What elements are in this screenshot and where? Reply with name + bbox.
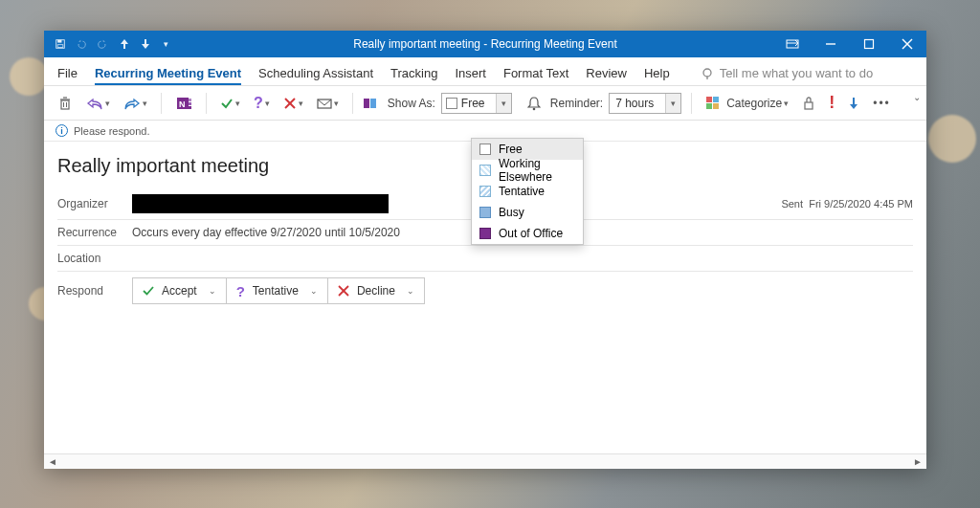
respond-label: Respond bbox=[57, 284, 132, 298]
location-label: Location bbox=[57, 252, 132, 265]
decline-menu-button[interactable]: ▾ bbox=[279, 91, 307, 116]
scroll-right-icon[interactable]: ► bbox=[913, 456, 923, 467]
show-as-label: Show As: bbox=[388, 97, 435, 110]
dropdown-item-label: Tentative bbox=[499, 185, 545, 198]
svg-rect-26 bbox=[706, 97, 712, 102]
location-row: Location bbox=[57, 246, 913, 272]
dropdown-item-busy[interactable]: Busy bbox=[472, 202, 583, 223]
tab-recurring-meeting-event[interactable]: Recurring Meeting Event bbox=[95, 66, 241, 85]
dropdown-item-label: Out of Office bbox=[499, 227, 563, 240]
info-icon: i bbox=[56, 124, 68, 137]
svg-point-8 bbox=[703, 69, 711, 77]
respond-button-group: Accept ⌄ ? Tentative ⌄ Decline ⌄ bbox=[132, 277, 425, 304]
reminder-value: 7 hours bbox=[610, 97, 665, 110]
collapse-ribbon-icon[interactable]: ⌄ bbox=[913, 92, 921, 102]
high-importance-button[interactable]: ! bbox=[825, 91, 838, 116]
tab-scheduling-assistant[interactable]: Scheduling Assistant bbox=[258, 66, 373, 85]
reminder-label: Reminder: bbox=[550, 97, 603, 110]
quick-access-toolbar: ▾ bbox=[44, 35, 174, 53]
sent-label: Sent bbox=[781, 198, 803, 210]
free-swatch-icon bbox=[446, 98, 457, 109]
tab-review[interactable]: Review bbox=[586, 66, 627, 85]
forward-button[interactable]: ▾ bbox=[120, 91, 151, 116]
working-elsewhere-swatch-icon bbox=[479, 165, 491, 176]
respond-menu-button[interactable]: ▾ bbox=[313, 91, 343, 116]
outlook-meeting-window: ▾ Really important meeting - Recurring M… bbox=[44, 31, 926, 469]
chevron-down-icon: ⌄ bbox=[209, 286, 216, 296]
scroll-left-icon[interactable]: ◄ bbox=[48, 456, 57, 467]
x-icon bbox=[338, 285, 349, 297]
qat-customize-icon[interactable]: ▾ bbox=[157, 35, 174, 53]
svg-rect-5 bbox=[865, 40, 874, 49]
window-controls bbox=[773, 31, 926, 57]
save-icon[interactable] bbox=[52, 35, 69, 53]
tab-format-text[interactable]: Format Text bbox=[503, 66, 568, 85]
dropdown-item-out-of-office[interactable]: Out of Office bbox=[472, 223, 583, 244]
decline-button[interactable]: Decline ⌄ bbox=[328, 277, 425, 304]
down-arrow-icon[interactable] bbox=[136, 35, 153, 53]
chevron-down-icon[interactable]: ▾ bbox=[496, 94, 511, 113]
decline-label: Decline bbox=[357, 284, 395, 298]
svg-rect-18 bbox=[189, 102, 191, 105]
organizer-value-redacted bbox=[132, 194, 389, 213]
respond-row: Respond Accept ⌄ ? Tentative ⌄ Decline ⌄ bbox=[57, 272, 913, 310]
tell-me-search[interactable]: Tell me what you want to do bbox=[701, 66, 873, 85]
reminder-icon bbox=[527, 91, 541, 116]
dropdown-item-working-elsewhere[interactable]: Working Elsewhere bbox=[472, 160, 583, 181]
tab-insert[interactable]: Insert bbox=[455, 66, 486, 85]
sent-info: Sent Fri 9/25/2020 4:45 PM bbox=[781, 198, 913, 210]
accept-label: Accept bbox=[162, 284, 197, 298]
recurrence-label: Recurrence bbox=[57, 226, 132, 239]
categorize-button[interactable]: Categorize▾ bbox=[702, 91, 792, 116]
delete-button[interactable] bbox=[54, 91, 77, 116]
dropdown-item-label: Working Elsewhere bbox=[499, 157, 575, 184]
onenote-button[interactable]: N bbox=[171, 91, 196, 116]
accept-menu-button[interactable]: ▾ bbox=[216, 91, 244, 116]
up-arrow-icon[interactable] bbox=[115, 35, 132, 53]
svg-rect-28 bbox=[706, 103, 712, 109]
svg-text:N: N bbox=[179, 99, 186, 109]
tab-file[interactable]: File bbox=[57, 66, 78, 85]
check-icon bbox=[143, 285, 154, 297]
svg-rect-30 bbox=[805, 102, 813, 109]
tentative-button[interactable]: ? Tentative ⌄ bbox=[227, 277, 328, 304]
ribbon-tabs: File Recurring Meeting Event Scheduling … bbox=[44, 57, 926, 86]
svg-rect-17 bbox=[189, 99, 191, 101]
chevron-down-icon[interactable]: ▾ bbox=[665, 94, 680, 113]
ribbon-display-options-icon[interactable] bbox=[773, 31, 812, 57]
more-commands-button[interactable]: ••• bbox=[869, 91, 895, 116]
chevron-down-icon: ⌄ bbox=[407, 286, 414, 296]
horizontal-scrollbar[interactable]: ◄ ► bbox=[44, 453, 926, 469]
svg-rect-19 bbox=[189, 106, 191, 109]
close-button[interactable] bbox=[888, 31, 926, 57]
low-importance-button[interactable] bbox=[844, 91, 863, 116]
tentative-menu-button[interactable]: ?▾ bbox=[250, 91, 274, 116]
accept-button[interactable]: Accept ⌄ bbox=[132, 277, 227, 304]
busy-swatch-icon bbox=[479, 207, 491, 218]
show-as-dropdown: Free Working Elsewhere Tentative Busy Ou… bbox=[471, 138, 584, 245]
question-icon: ? bbox=[236, 283, 245, 299]
private-button[interactable] bbox=[798, 91, 819, 116]
tentative-swatch-icon bbox=[479, 186, 491, 197]
maximize-button[interactable] bbox=[850, 31, 888, 57]
tab-tracking[interactable]: Tracking bbox=[390, 66, 437, 85]
organizer-label: Organizer bbox=[57, 197, 132, 210]
tab-help[interactable]: Help bbox=[644, 66, 670, 85]
chevron-down-icon: ⌄ bbox=[310, 286, 318, 296]
reminder-combo[interactable]: 7 hours ▾ bbox=[609, 93, 681, 114]
show-as-value: Free bbox=[461, 97, 496, 110]
svg-rect-10 bbox=[61, 100, 69, 109]
show-as-combo[interactable]: Free ▾ bbox=[441, 93, 512, 114]
undo-icon[interactable] bbox=[73, 35, 90, 53]
dropdown-item-tentative[interactable]: Tentative bbox=[472, 181, 583, 202]
minimize-button[interactable] bbox=[812, 31, 850, 57]
lightbulb-icon bbox=[701, 67, 714, 80]
redo-icon[interactable] bbox=[94, 35, 111, 53]
reply-button[interactable]: ▾ bbox=[82, 91, 114, 116]
ribbon-toolbar: ▾ ▾ N ▾ ?▾ ▾ ▾ Show As: Free ▾ bbox=[44, 86, 926, 121]
svg-rect-24 bbox=[370, 99, 376, 108]
svg-rect-29 bbox=[713, 103, 719, 109]
svg-rect-1 bbox=[57, 40, 61, 43]
svg-rect-2 bbox=[57, 45, 63, 48]
svg-rect-23 bbox=[364, 99, 369, 108]
